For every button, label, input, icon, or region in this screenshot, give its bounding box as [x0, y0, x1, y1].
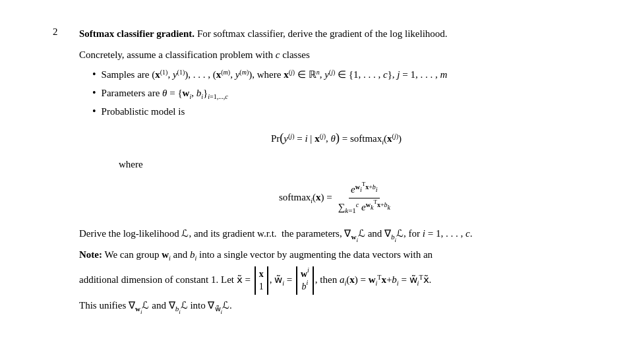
problem-header: 2 Softmax classifier gradient. For softm… [53, 26, 593, 42]
intro-text: Concretely, assume a classification prob… [79, 47, 593, 63]
matrix-w-tilde: wi bi [296, 266, 314, 295]
matrix-x-row: x [259, 268, 264, 281]
problem-title-bold: Softmax classifier gradient. [79, 28, 195, 39]
problem-title: Softmax classifier gradient. For softmax… [79, 26, 448, 42]
bullet-item-1: • Samples are (x(1), y(1)), . . . , (x(m… [92, 67, 593, 82]
softmax-equation: softmaxi(x) = ewiTx+bi ∑k=1c ewkTx+bk [79, 181, 593, 215]
softmax-fraction: ewiTx+bi ∑k=1c ewkTx+bk [336, 181, 392, 215]
problem-title-rest: For softmax classifier, derive the gradi… [197, 28, 448, 39]
bullet-list: • Samples are (x(1), y(1)), . . . , (x(m… [92, 67, 593, 119]
pr-equation: Pr(y(j) = i | x(j), θ) = softmaxi(x(j)) [79, 129, 593, 148]
bullet-item-2: • Parameters are θ = {wi, bi}i=1,...,c [92, 85, 593, 101]
page: 2 Softmax classifier gradient. For softm… [0, 0, 633, 344]
bullet-text-3: Probablistic model is [102, 104, 185, 119]
bullet-dot-2: • [92, 85, 96, 101]
problem-body: Concretely, assume a classification prob… [79, 47, 593, 315]
note-paragraph-3: This unifies ∇wiℒ and ∇biℒ into ∇w̃iℒ. [79, 297, 593, 315]
bullet-text-2: Parameters are θ = {wi, bi}i=1,...,c [102, 85, 228, 101]
note-label: Note: [79, 249, 102, 260]
note-text-1: We can group wi and bi into a single vec… [104, 249, 433, 260]
matrix-bi-row: bi [301, 280, 308, 293]
note-paragraph-2: additional dimension of constant 1. Let … [79, 266, 593, 295]
derive-paragraph: Derive the log-likelihood ℒ, and its gra… [79, 226, 593, 241]
bullet-dot-1: • [92, 67, 96, 82]
bullet-text-1: Samples are (x(1), y(1)), . . . , (x(m),… [102, 67, 448, 82]
softmax-denominator: ∑k=1c ewkTx+bk [336, 198, 392, 215]
problem-number: 2 [53, 26, 66, 42]
bullet-item-3: • Probablistic model is [92, 104, 593, 119]
softmax-numerator: ewiTx+bi [349, 181, 380, 198]
matrix-1-row: 1 [259, 280, 264, 293]
matrix-x-tilde: x 1 [255, 266, 268, 295]
bullet-dot-3: • [92, 104, 96, 119]
where-label: where [119, 156, 593, 172]
note-paragraph-1: Note: We can group wi and bi into a sing… [79, 247, 593, 264]
